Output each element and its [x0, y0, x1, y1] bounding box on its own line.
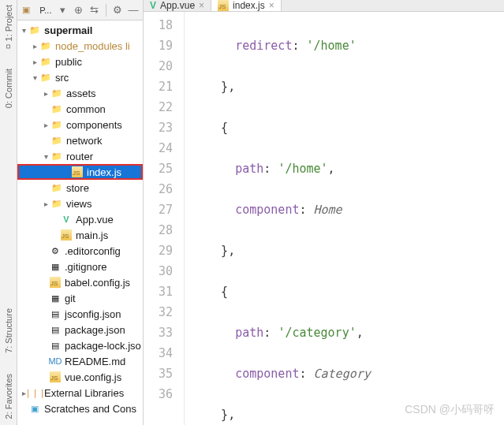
- expand-icon[interactable]: ⇆: [88, 3, 101, 17]
- project-tree: ▾📁supermail ▸📁node_modules li ▸📁public ▾…: [17, 21, 143, 425]
- tree-network[interactable]: 📁network: [17, 132, 143, 148]
- tree-editorconfig[interactable]: ⚙.editorconfig: [17, 243, 143, 259]
- project-icon: ▣: [21, 4, 32, 17]
- editor-area: VApp.vue× JSindex.js× 181920212223242526…: [144, 0, 504, 425]
- tree-vueconfig[interactable]: JSvue.config.js: [17, 369, 143, 385]
- tree-jsconfig[interactable]: ▤jsconfig.json: [17, 306, 143, 322]
- tool-window-rail: 1: Project 0: Commit 7: Structure 2: Fav…: [0, 0, 17, 425]
- tree-src[interactable]: ▾📁src: [17, 69, 143, 85]
- editor-body[interactable]: 18192021222324252627282930313233343536 r…: [144, 12, 504, 425]
- tree-git[interactable]: ▦git: [17, 290, 143, 306]
- code-content[interactable]: redirect: '/home' }, { path: '/home', co…: [185, 12, 504, 425]
- project-sidebar: ▣ P... ▾ ⊕ ⇆ ⚙ — ▾📁supermail ▸📁node_modu…: [17, 0, 144, 425]
- close-icon[interactable]: ×: [199, 0, 204, 11]
- rail-project[interactable]: 1: Project: [4, 5, 13, 48]
- tab-app-vue[interactable]: VApp.vue×: [144, 0, 211, 11]
- tree-package[interactable]: ▤package.json: [17, 322, 143, 337]
- tree-root[interactable]: ▾📁supermail: [17, 22, 143, 38]
- tree-app-vue[interactable]: VApp.vue: [17, 211, 143, 227]
- tree-external-libraries[interactable]: ▸❘❘❘External Libraries: [17, 385, 143, 401]
- tree-assets[interactable]: ▸📁assets: [17, 85, 143, 101]
- tree-node-modules[interactable]: ▸📁node_modules li: [17, 38, 143, 54]
- tree-babel[interactable]: JSbabel.config.js: [17, 274, 143, 290]
- tree-readme[interactable]: MDREADME.md: [17, 353, 143, 369]
- filter-icon[interactable]: ▾: [56, 3, 69, 17]
- rail-commit[interactable]: 0: Commit: [4, 69, 13, 108]
- tree-router[interactable]: ▾📁router: [17, 148, 143, 164]
- close-icon[interactable]: ×: [269, 0, 274, 11]
- tree-common[interactable]: 📁common: [17, 101, 143, 117]
- tree-public[interactable]: ▸📁public: [17, 54, 143, 69]
- rail-structure[interactable]: 7: Structure: [4, 308, 13, 353]
- tree-main-js[interactable]: JSmain.js: [17, 227, 143, 243]
- line-gutter: 18192021222324252627282930313233343536: [144, 12, 185, 425]
- sidebar-toolbar: ▣ P... ▾ ⊕ ⇆ ⚙ —: [17, 0, 143, 21]
- tree-views[interactable]: ▸📁views: [17, 196, 143, 211]
- rail-favorites[interactable]: 2: Favorites: [4, 374, 13, 419]
- locate-icon[interactable]: ⊕: [73, 3, 85, 17]
- tree-index-js[interactable]: JSindex.js: [17, 164, 143, 180]
- tree-store[interactable]: 📁store: [17, 180, 143, 196]
- tab-index-js[interactable]: JSindex.js×: [211, 0, 282, 11]
- sidebar-dropdown[interactable]: P...: [38, 6, 53, 15]
- tree-gitignore[interactable]: ▦.gitignore: [17, 259, 143, 274]
- tree-scratches[interactable]: ▣Scratches and Cons: [17, 401, 143, 416]
- tree-package-lock[interactable]: ▤package-lock.jso: [17, 337, 143, 353]
- gear-icon[interactable]: ⚙: [111, 3, 124, 17]
- editor-tabs: VApp.vue× JSindex.js×: [144, 0, 504, 12]
- hide-icon[interactable]: —: [127, 3, 140, 17]
- tree-components[interactable]: ▸📁components: [17, 117, 143, 132]
